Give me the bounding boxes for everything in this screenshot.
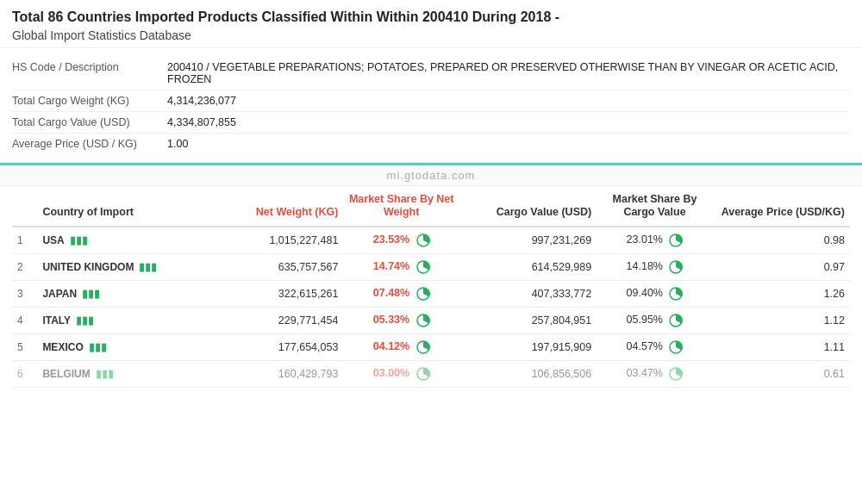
market-share-nw-value: 05.33% bbox=[373, 314, 409, 326]
avg-price-value: 1.12 bbox=[713, 307, 850, 333]
country-name: MEXICO bbox=[42, 341, 83, 353]
value-label: Total Cargo Value (USD) bbox=[12, 116, 167, 128]
market-share-cv-cell: 04.57% bbox=[597, 333, 713, 360]
country-cell: USA ▮▮▮ bbox=[37, 227, 206, 254]
market-share-nw-value: 07.48% bbox=[373, 287, 409, 299]
net-weight-value: 160,429,793 bbox=[206, 360, 343, 387]
pie-chart-icon[interactable] bbox=[416, 287, 430, 301]
info-row-hs: HS Code / Description 200410 / VEGETABLE… bbox=[12, 57, 850, 90]
cargo-value-cell: 614,529,989 bbox=[459, 253, 597, 280]
market-share-nw-value: 04.12% bbox=[373, 340, 409, 352]
pie-chart-icon[interactable] bbox=[669, 367, 683, 381]
market-share-cv-value: 23.01% bbox=[627, 233, 663, 246]
avgprice-value: 1.00 bbox=[167, 138, 188, 150]
pie-chart-icon[interactable] bbox=[669, 287, 683, 301]
pie-chart-icon[interactable] bbox=[416, 367, 430, 381]
weight-label: Total Cargo Weight (KG) bbox=[12, 95, 167, 107]
cargo-value: 4,334,807,855 bbox=[167, 116, 236, 128]
page-header: Total 86 Countries Imported Products Cla… bbox=[0, 0, 862, 48]
pie-chart-icon[interactable] bbox=[416, 314, 430, 327]
country-name: USA bbox=[42, 234, 64, 246]
table-row: 6 BELGIUM ▮▮▮ 160,429,793 03.00% 106,856… bbox=[12, 360, 850, 387]
watermark: mi.gtodata.com bbox=[0, 165, 862, 186]
pie-chart-icon[interactable] bbox=[669, 314, 683, 327]
row-number: 2 bbox=[12, 253, 37, 280]
weight-value: 4,314,236,077 bbox=[167, 95, 236, 107]
avg-price-value: 0.97 bbox=[713, 253, 850, 280]
row-number: 6 bbox=[12, 360, 37, 387]
table-header-row: Country of Import Net Weight (KG) Market… bbox=[12, 186, 850, 227]
import-table: Country of Import Net Weight (KG) Market… bbox=[12, 186, 850, 388]
net-weight-value: 229,771,454 bbox=[206, 307, 343, 333]
pie-chart-icon[interactable] bbox=[416, 233, 430, 247]
col-header-msnw: Market Share By Net Weight bbox=[343, 186, 459, 227]
cargo-value-cell: 997,231,269 bbox=[459, 227, 597, 254]
net-weight-value: 635,757,567 bbox=[206, 253, 343, 280]
market-share-cv-value: 14.18% bbox=[627, 260, 663, 272]
page-title: Total 86 Countries Imported Products Cla… bbox=[12, 9, 850, 27]
col-header-cargovalue: Cargo Value (USD) bbox=[459, 186, 597, 227]
bar-chart-icon[interactable]: ▮▮▮ bbox=[96, 367, 114, 380]
market-share-nw-cell: 05.33% bbox=[343, 307, 459, 333]
info-section: HS Code / Description 200410 / VEGETABLE… bbox=[0, 48, 862, 165]
pie-chart-icon[interactable] bbox=[416, 340, 430, 354]
col-header-netweight: Net Weight (KG) bbox=[206, 186, 343, 227]
country-cell: UNITED KINGDOM ▮▮▮ bbox=[37, 253, 206, 280]
pie-chart-icon[interactable] bbox=[669, 233, 683, 247]
data-table-wrapper: Country of Import Net Weight (KG) Market… bbox=[0, 186, 862, 388]
market-share-cv-cell: 09.40% bbox=[597, 280, 713, 307]
pie-chart-icon[interactable] bbox=[669, 340, 683, 354]
table-row: 1 USA ▮▮▮ 1,015,227,481 23.53% 997,231,2… bbox=[12, 227, 850, 254]
market-share-cv-cell: 03.47% bbox=[597, 360, 713, 387]
cargo-value-cell: 257,804,951 bbox=[459, 307, 597, 333]
cargo-value-cell: 197,915,909 bbox=[459, 333, 597, 360]
page-subtitle: Global Import Statistics Database bbox=[12, 28, 850, 42]
info-row-value: Total Cargo Value (USD) 4,334,807,855 bbox=[12, 112, 850, 134]
pie-chart-icon[interactable] bbox=[416, 260, 430, 274]
bar-chart-icon[interactable]: ▮▮▮ bbox=[82, 287, 100, 300]
col-header-country: Country of Import bbox=[37, 186, 206, 227]
title-text: Total 86 Countries Imported Products Cla… bbox=[12, 9, 551, 24]
avg-price-value: 0.61 bbox=[713, 360, 850, 387]
cargo-value-cell: 106,856,506 bbox=[459, 360, 597, 387]
bar-chart-icon[interactable]: ▮▮▮ bbox=[70, 233, 88, 246]
avg-price-value: 0.98 bbox=[713, 227, 850, 254]
market-share-nw-value: 14.74% bbox=[373, 260, 409, 272]
country-cell: JAPAN ▮▮▮ bbox=[37, 280, 206, 307]
net-weight-value: 322,615,261 bbox=[206, 280, 343, 307]
table-row: 4 ITALY ▮▮▮ 229,771,454 05.33% 257,804,9… bbox=[12, 307, 850, 333]
market-share-nw-cell: 23.53% bbox=[343, 227, 459, 254]
country-cell: ITALY ▮▮▮ bbox=[37, 307, 206, 333]
col-header-mscv: Market Share By Cargo Value bbox=[597, 186, 713, 227]
col-header-num bbox=[12, 186, 37, 227]
title-dash: - bbox=[551, 9, 559, 24]
avg-price-value: 1.26 bbox=[713, 280, 850, 307]
market-share-nw-cell: 03.00% bbox=[343, 360, 459, 387]
avgprice-label: Average Price (USD / KG) bbox=[12, 138, 167, 150]
avg-price-value: 1.11 bbox=[713, 333, 850, 360]
country-cell: BELGIUM ▮▮▮ bbox=[37, 360, 206, 387]
row-number: 1 bbox=[12, 227, 37, 254]
country-name: BELGIUM bbox=[42, 368, 90, 380]
market-share-nw-cell: 14.74% bbox=[343, 253, 459, 280]
table-row: 5 MEXICO ▮▮▮ 177,654,053 04.12% 197,915,… bbox=[12, 333, 850, 360]
market-share-cv-cell: 14.18% bbox=[597, 253, 713, 280]
net-weight-value: 1,015,227,481 bbox=[206, 227, 343, 254]
market-share-nw-cell: 04.12% bbox=[343, 333, 459, 360]
hs-label: HS Code / Description bbox=[12, 61, 167, 73]
row-number: 4 bbox=[12, 307, 37, 333]
market-share-nw-value: 03.00% bbox=[373, 367, 409, 379]
country-name: JAPAN bbox=[42, 288, 77, 300]
market-share-cv-value: 03.47% bbox=[627, 367, 663, 379]
bar-chart-icon[interactable]: ▮▮▮ bbox=[89, 340, 107, 353]
info-row-avgprice: Average Price (USD / KG) 1.00 bbox=[12, 134, 850, 154]
bar-chart-icon[interactable]: ▮▮▮ bbox=[76, 314, 94, 327]
country-name: UNITED KINGDOM bbox=[42, 261, 134, 273]
pie-chart-icon[interactable] bbox=[669, 260, 683, 274]
bar-chart-icon[interactable]: ▮▮▮ bbox=[139, 260, 157, 273]
table-row: 2 UNITED KINGDOM ▮▮▮ 635,757,567 14.74% … bbox=[12, 253, 850, 280]
market-share-cv-value: 09.40% bbox=[627, 287, 663, 299]
market-share-cv-value: 05.95% bbox=[627, 314, 663, 326]
row-number: 5 bbox=[12, 333, 37, 360]
col-header-avgprice: Average Price (USD/KG) bbox=[713, 186, 850, 227]
